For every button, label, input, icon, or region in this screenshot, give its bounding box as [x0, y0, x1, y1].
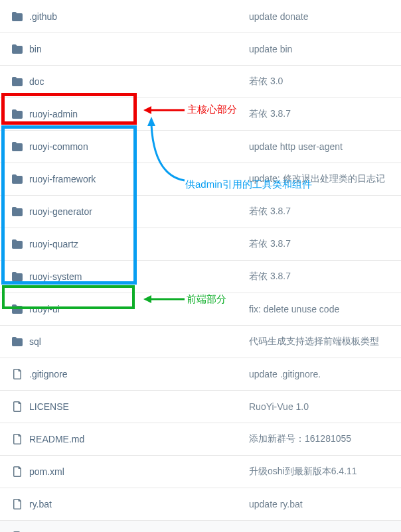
file-link[interactable]: ruoyi-quartz [29, 239, 78, 249]
file-link[interactable]: ruoyi-framework [29, 174, 96, 184]
file-link[interactable]: ruoyi-system [29, 271, 82, 282]
commit-message[interactable]: update: 修改退出处理类的日志记 [249, 173, 385, 185]
file-link[interactable]: README.md [29, 434, 84, 444]
commit-message[interactable]: update ry.bat [249, 499, 303, 509]
file-row: ruoyi-uifix: delete unuse code [0, 293, 401, 325]
file-name-cell: ruoyi-framework [0, 174, 249, 184]
file-link[interactable]: ruoyi-generator [29, 206, 92, 217]
file-row: LICENSERuoYi-Vue 1.0 [0, 390, 401, 423]
file-row: ruoyi-quartz若依 3.8.7 [0, 228, 401, 260]
folder-icon [12, 206, 23, 217]
file-row: ry.batupdate ry.bat [0, 488, 401, 520]
folder-icon [12, 304, 23, 314]
file-row: pom.xml升级oshi到最新版本6.4.11 [0, 455, 401, 488]
file-link[interactable]: ry.bat [29, 499, 52, 509]
commit-message[interactable]: 若依 3.0 [249, 76, 283, 88]
file-name-cell: pom.xml [0, 466, 249, 477]
file-icon [12, 499, 23, 509]
file-link[interactable]: .gitignore [29, 369, 68, 379]
file-row: ry.shupdate ry.sh. [0, 520, 401, 532]
folder-icon [12, 109, 23, 119]
file-link[interactable]: ruoyi-ui [29, 304, 60, 314]
file-name-cell: .github [0, 11, 249, 22]
commit-message[interactable]: 添加新群号：161281055 [249, 433, 351, 445]
folder-icon [12, 239, 23, 249]
file-name-cell: ruoyi-generator [0, 206, 249, 217]
file-icon [12, 466, 23, 477]
file-name-cell: .gitignore [0, 369, 249, 379]
file-link[interactable]: pom.xml [29, 466, 64, 477]
file-row: ruoyi-commonupdate http user-agent [0, 130, 401, 163]
folder-icon [12, 44, 23, 54]
folder-icon [12, 11, 23, 22]
commit-message[interactable]: 升级oshi到最新版本6.4.11 [249, 466, 357, 478]
folder-icon [12, 271, 23, 282]
commit-message[interactable]: 代码生成支持选择前端模板类型 [249, 336, 379, 348]
file-name-cell: ruoyi-common [0, 141, 249, 152]
file-list: .githubupdate donatebinupdate bindoc若依 3… [0, 0, 401, 532]
file-row: ruoyi-system若依 3.8.7 [0, 260, 401, 293]
file-name-cell: sql [0, 336, 249, 347]
file-name-cell: ruoyi-system [0, 271, 249, 282]
file-name-cell: ry.bat [0, 499, 249, 509]
commit-message[interactable]: 若依 3.8.7 [249, 238, 291, 250]
folder-icon [12, 141, 23, 152]
commit-message[interactable]: update donate [249, 11, 309, 22]
file-row: ruoyi-generator若依 3.8.7 [0, 195, 401, 228]
file-link[interactable]: doc [29, 76, 44, 87]
file-row: .githubupdate donate [0, 0, 401, 33]
file-link[interactable]: sql [29, 336, 41, 347]
file-icon [12, 434, 23, 444]
file-name-cell: ruoyi-quartz [0, 239, 249, 249]
file-name-cell: README.md [0, 434, 249, 444]
file-icon [12, 401, 23, 412]
file-link[interactable]: .github [29, 11, 57, 22]
folder-icon [12, 336, 23, 347]
file-name-cell: doc [0, 76, 249, 87]
file-row: ruoyi-admin若依 3.8.7 [0, 98, 401, 130]
file-icon [12, 369, 23, 379]
commit-message[interactable]: 若依 3.8.7 [249, 108, 291, 120]
file-name-cell: bin [0, 44, 249, 54]
file-name-cell: ruoyi-ui [0, 304, 249, 314]
file-row: doc若依 3.0 [0, 65, 401, 98]
commit-message[interactable]: update .gitignore. [249, 369, 321, 379]
file-name-cell: ruoyi-admin [0, 109, 249, 119]
folder-icon [12, 76, 23, 87]
file-link[interactable]: LICENSE [29, 401, 69, 412]
commit-message[interactable]: 若依 3.8.7 [249, 206, 291, 218]
commit-message[interactable]: fix: delete unuse code [249, 304, 339, 314]
commit-message[interactable]: 若依 3.8.7 [249, 271, 291, 283]
file-link[interactable]: ruoyi-admin [29, 109, 78, 119]
file-row: binupdate bin [0, 33, 401, 65]
commit-message[interactable]: update http user-agent [249, 141, 343, 152]
file-row: README.md添加新群号：161281055 [0, 423, 401, 455]
folder-icon [12, 174, 23, 184]
file-link[interactable]: bin [29, 44, 42, 54]
file-row: ruoyi-frameworkupdate: 修改退出处理类的日志记 [0, 163, 401, 195]
file-link[interactable]: ruoyi-common [29, 141, 88, 152]
commit-message[interactable]: RuoYi-Vue 1.0 [249, 401, 309, 412]
file-row: .gitignoreupdate .gitignore. [0, 358, 401, 390]
file-name-cell: LICENSE [0, 401, 249, 412]
file-row: sql代码生成支持选择前端模板类型 [0, 325, 401, 358]
commit-message[interactable]: update bin [249, 44, 292, 54]
